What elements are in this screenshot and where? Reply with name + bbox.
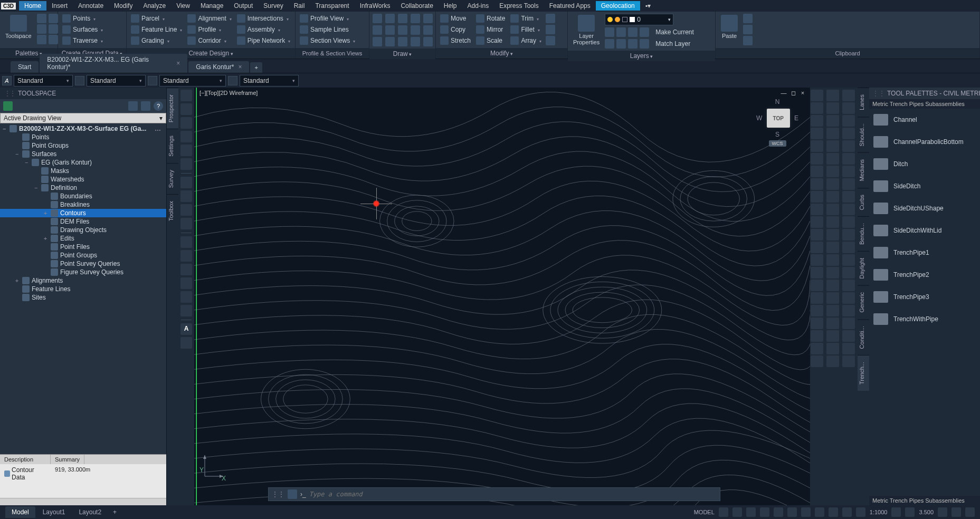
tree-node-contours[interactable]: +Contours bbox=[0, 209, 166, 217]
right-tool-65[interactable] bbox=[842, 355, 855, 367]
lt-rect-icon[interactable] bbox=[180, 145, 192, 156]
tree-node-feature-lines[interactable]: Feature Lines bbox=[0, 285, 166, 293]
menu-transparent[interactable]: Transparent bbox=[310, 1, 354, 11]
right-tool-32[interactable] bbox=[842, 216, 855, 228]
corridor-button[interactable]: Corridor bbox=[186, 36, 232, 45]
text-style-select[interactable]: Standard▾ bbox=[14, 75, 73, 86]
palette-icon-4[interactable] bbox=[49, 24, 58, 34]
right-tool-64[interactable] bbox=[826, 355, 839, 367]
right-tool-62[interactable] bbox=[842, 343, 855, 354]
lt-block-icon[interactable] bbox=[180, 337, 192, 349]
right-tool-31[interactable] bbox=[826, 216, 839, 228]
draw-icon-14[interactable] bbox=[411, 37, 420, 46]
right-tool-26[interactable] bbox=[842, 191, 855, 203]
right-tool-36[interactable] bbox=[811, 242, 823, 253]
palette-icon-1[interactable] bbox=[37, 14, 46, 23]
status-osnap-icon[interactable] bbox=[774, 507, 783, 517]
compass-w[interactable]: W bbox=[756, 114, 762, 122]
draw-icon-15[interactable] bbox=[423, 37, 433, 46]
layout-tab-1[interactable]: Layout1 bbox=[36, 506, 72, 518]
intersections-button[interactable]: Intersections bbox=[236, 14, 291, 23]
tree-root[interactable]: −B20002-WI1-ZZ-XX-M3-C-Surface EG (Ga...… bbox=[0, 124, 166, 133]
lt-boundary-icon[interactable] bbox=[180, 277, 192, 289]
wcs-button[interactable]: WCS bbox=[769, 140, 786, 147]
draw-icon-9[interactable] bbox=[411, 25, 420, 35]
right-tool-8[interactable] bbox=[842, 115, 855, 127]
compass-n[interactable]: N bbox=[756, 98, 798, 105]
ts-tool-icon-1[interactable] bbox=[128, 101, 138, 111]
doc-tab-start[interactable]: Start bbox=[11, 61, 39, 73]
right-tool-20[interactable] bbox=[842, 166, 855, 177]
pst-medians[interactable]: Medians bbox=[858, 152, 869, 188]
drawing-viewport[interactable]: [−][Top][2D Wireframe] — ◻ × bbox=[194, 88, 810, 505]
right-tool-24[interactable] bbox=[811, 191, 823, 203]
right-tool-57[interactable] bbox=[811, 330, 823, 342]
samplelines-button[interactable]: Sample Lines bbox=[299, 25, 356, 34]
pst-curbs[interactable]: Curbs bbox=[858, 188, 869, 216]
status-polar-icon[interactable] bbox=[760, 507, 769, 517]
layer-tool-2[interactable] bbox=[616, 27, 626, 37]
draw-group-title[interactable]: Draw bbox=[393, 50, 412, 57]
design-group-title[interactable]: Create Design bbox=[188, 50, 233, 57]
status-clean-icon[interactable] bbox=[952, 507, 961, 517]
right-tool-49[interactable] bbox=[826, 292, 839, 304]
palette-item-trenchwithpipe[interactable]: TrenchWithPipe bbox=[869, 308, 980, 330]
rotate-button[interactable]: Rotate bbox=[475, 14, 506, 23]
menu-home[interactable]: Home bbox=[19, 1, 46, 11]
pst-generic[interactable]: Generic bbox=[858, 285, 869, 319]
grading-button[interactable]: Grading bbox=[130, 36, 183, 45]
assembly-button[interactable]: Assembly bbox=[236, 25, 291, 34]
trim-button[interactable]: Trim bbox=[509, 14, 543, 23]
right-tool-0[interactable] bbox=[811, 90, 823, 101]
right-tool-47[interactable] bbox=[842, 280, 855, 291]
lt-wipeout-icon[interactable] bbox=[180, 291, 192, 303]
right-tool-56[interactable] bbox=[842, 318, 855, 329]
status-model[interactable]: MODEL bbox=[694, 509, 715, 515]
right-tool-48[interactable] bbox=[811, 292, 823, 304]
palette-item-sideditchwithlid[interactable]: SideDitchWithLid bbox=[869, 219, 980, 242]
status-iso-icon[interactable] bbox=[938, 507, 947, 517]
command-input[interactable] bbox=[309, 491, 717, 498]
add-tab-button[interactable]: + bbox=[250, 62, 262, 73]
status-custom-icon[interactable] bbox=[965, 507, 975, 517]
tree-node-watersheds[interactable]: Watersheds bbox=[0, 175, 166, 184]
tree-node-points[interactable]: Points bbox=[0, 133, 166, 141]
layers-group-title[interactable]: Layers bbox=[630, 52, 653, 60]
profile-button[interactable]: Profile bbox=[186, 25, 232, 34]
minimize-icon[interactable]: — bbox=[779, 90, 788, 97]
right-tool-10[interactable] bbox=[826, 128, 839, 139]
draw-icon-11[interactable] bbox=[373, 37, 382, 46]
palette-icon-5[interactable] bbox=[37, 35, 46, 44]
dim-style-icon[interactable] bbox=[75, 76, 84, 85]
tree-node-point-groups[interactable]: Point Groups bbox=[0, 141, 166, 150]
modify-extra-3[interactable] bbox=[546, 36, 555, 45]
pst-trench[interactable]: Trench... bbox=[858, 355, 869, 391]
menu-rail[interactable]: Rail bbox=[289, 1, 310, 11]
draw-icon-5[interactable] bbox=[423, 14, 433, 23]
mleader-style-select[interactable]: Standard▾ bbox=[240, 75, 299, 86]
palette-item-channelparabolicbottom[interactable]: ChannelParabolicBottom bbox=[869, 131, 980, 153]
sidetab-prospector[interactable]: Prospector bbox=[167, 88, 178, 129]
right-tool-59[interactable] bbox=[842, 330, 855, 342]
menu-view[interactable]: View bbox=[171, 1, 195, 11]
line-icon[interactable] bbox=[373, 14, 382, 23]
sidetab-toolbox[interactable]: Toolbox bbox=[167, 194, 178, 227]
tree-node-surfaces[interactable]: −Surfaces bbox=[0, 150, 166, 158]
tree-node-edits[interactable]: +Edits bbox=[0, 234, 166, 243]
ts-new-icon[interactable] bbox=[3, 101, 13, 111]
arc-icon[interactable] bbox=[411, 14, 420, 23]
menu-survey[interactable]: Survey bbox=[258, 1, 288, 11]
menu-addins[interactable]: Add-ins bbox=[462, 1, 494, 11]
right-tool-3[interactable] bbox=[811, 102, 823, 114]
right-tool-46[interactable] bbox=[826, 280, 839, 291]
palette-item-sideditch[interactable]: SideDitch bbox=[869, 175, 980, 197]
right-tool-61[interactable] bbox=[826, 343, 839, 354]
right-tool-1[interactable] bbox=[826, 90, 839, 101]
view-selector[interactable]: Active Drawing View▾ bbox=[0, 113, 166, 123]
surfaces-button[interactable]: Surfaces bbox=[61, 25, 104, 34]
menu-modify[interactable]: Modify bbox=[109, 1, 138, 11]
sidetab-survey[interactable]: Survey bbox=[167, 163, 178, 194]
tree-node-dem-files[interactable]: DEM Files bbox=[0, 217, 166, 226]
palettes-group-title[interactable]: Palettes bbox=[15, 50, 42, 57]
tree-node-masks[interactable]: Masks bbox=[0, 167, 166, 175]
